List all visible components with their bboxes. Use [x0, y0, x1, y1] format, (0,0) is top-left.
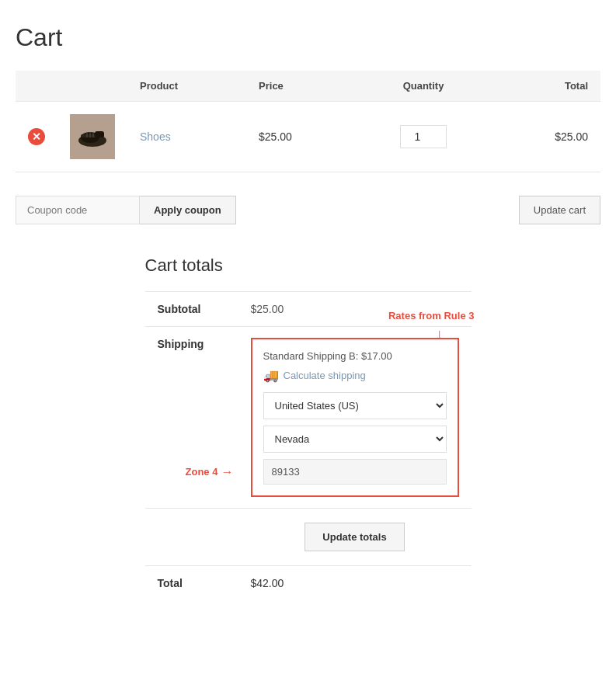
- zone-label: Zone 4: [186, 466, 218, 478]
- product-name-cell: Shoes: [127, 102, 246, 172]
- col-price-header: Price: [246, 71, 356, 102]
- svg-rect-4: [95, 131, 104, 137]
- shoe-image: [73, 117, 112, 156]
- remove-item-button[interactable]: ✕: [28, 128, 45, 145]
- total-value: $42.00: [238, 566, 472, 601]
- coupon-row: Apply coupon Update cart: [16, 188, 600, 248]
- col-remove: [16, 71, 57, 102]
- update-totals-cell: Update totals: [238, 509, 472, 566]
- coupon-left: Apply coupon: [16, 196, 236, 224]
- subtotal-label: Subtotal: [145, 292, 238, 327]
- country-select[interactable]: United States (US) Canada United Kingdom: [263, 392, 447, 419]
- truck-icon: 🚚: [263, 368, 279, 383]
- col-product-header: Product: [127, 71, 246, 102]
- product-name-link[interactable]: Shoes: [140, 130, 171, 143]
- product-image-cell: [57, 102, 127, 172]
- total-label: Total: [145, 566, 238, 601]
- page-title: Cart: [16, 23, 600, 52]
- zip-wrapper: Zone 4 →: [263, 459, 447, 485]
- update-totals-button[interactable]: Update totals: [305, 523, 404, 551]
- shipping-label: Shipping: [145, 327, 238, 509]
- calc-shipping-text: Calculate shipping: [284, 370, 366, 381]
- shipping-cell: Rates from Rule 3 ↓ Standard Shipping B:…: [238, 327, 472, 509]
- col-image: [57, 71, 127, 102]
- zone-annotation: Zone 4 →: [186, 465, 234, 479]
- cart-totals-section: Cart totals Subtotal $25.00 Shipping Rat…: [16, 255, 600, 600]
- col-quantity-header: Quantity: [356, 71, 491, 102]
- calculate-shipping-link[interactable]: 🚚 Calculate shipping: [263, 368, 447, 383]
- total-cell: $25.00: [491, 102, 600, 172]
- cart-table: Product Price Quantity Total ✕: [16, 71, 600, 172]
- cart-totals-title: Cart totals: [145, 255, 472, 276]
- shipping-box: Standard Shipping B: $17.00 🚚 Calculate …: [251, 338, 459, 497]
- coupon-input[interactable]: [16, 196, 140, 224]
- product-thumbnail: [70, 114, 115, 159]
- totals-table: Subtotal $25.00 Shipping Rates from Rule…: [145, 291, 472, 600]
- remove-cell: ✕: [16, 102, 57, 172]
- price-cell: $25.00: [246, 102, 356, 172]
- state-select[interactable]: Nevada California New York Texas: [263, 426, 447, 453]
- update-cart-button[interactable]: Update cart: [519, 196, 600, 224]
- shipping-row: Shipping Rates from Rule 3 ↓ Standard Sh…: [145, 327, 472, 509]
- col-total-header: Total: [491, 71, 600, 102]
- close-icon: ✕: [32, 131, 41, 142]
- update-totals-empty: [145, 509, 238, 566]
- rates-annotation: Rates from Rule 3: [388, 310, 475, 321]
- cart-totals: Cart totals Subtotal $25.00 Shipping Rat…: [145, 255, 472, 600]
- update-totals-row: Update totals: [145, 509, 472, 566]
- quantity-cell: [356, 102, 491, 172]
- zone-arrow-icon: →: [221, 465, 233, 479]
- table-row: ✕ Shoes: [16, 102, 600, 172]
- apply-coupon-button[interactable]: Apply coupon: [140, 196, 236, 224]
- quantity-input[interactable]: [400, 125, 447, 148]
- total-row: Total $42.00: [145, 566, 472, 601]
- shipping-rate: Standard Shipping B: $17.00: [263, 350, 447, 362]
- zip-input[interactable]: [263, 459, 447, 485]
